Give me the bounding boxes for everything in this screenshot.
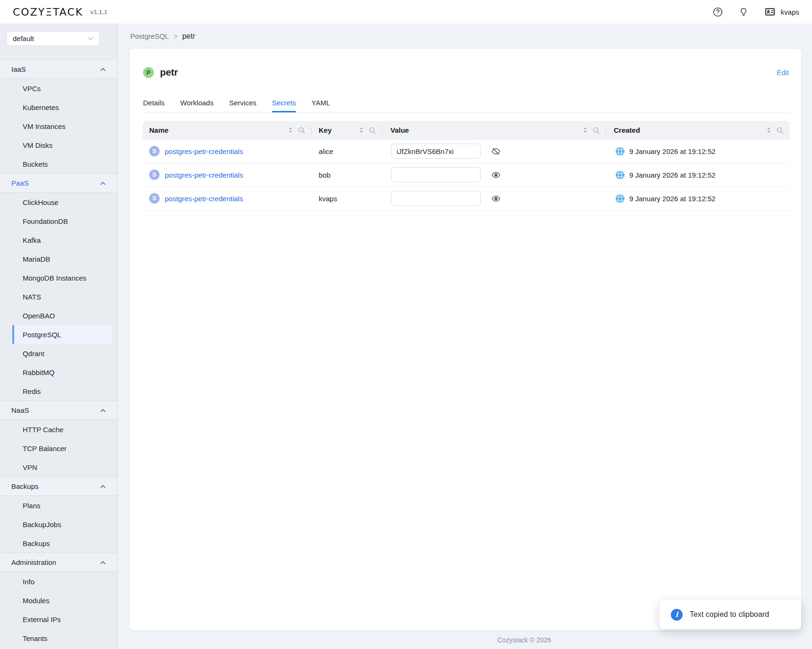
- sidebar-item-modules[interactable]: Modules: [0, 591, 117, 610]
- sidebar-item-vpcs[interactable]: VPCs: [0, 79, 117, 98]
- sidebar-item-vm-disks[interactable]: VM Disks: [0, 136, 117, 154]
- theme-toggle-button[interactable]: [738, 7, 749, 17]
- secret-value-cell: [382, 167, 606, 182]
- column-search-button[interactable]: [298, 127, 305, 134]
- sidebar-item-buckets[interactable]: Buckets: [0, 154, 117, 173]
- sidebar-item-vpn[interactable]: VPN: [0, 458, 117, 477]
- created-timestamp: 9 January 2026 at 19:12:52: [629, 147, 716, 155]
- column-header-key: Key: [312, 121, 382, 140]
- user-menu[interactable]: kvaps: [764, 6, 799, 17]
- sort-button[interactable]: [358, 127, 364, 134]
- sidebar-item-rabbitmq[interactable]: RabbitMQ: [0, 363, 117, 382]
- sidebar-item-label: Tenants: [23, 634, 48, 642]
- tab-bar: Details Workloads Services Secrets YAML: [129, 99, 801, 112]
- sidebar-item-label: Modules: [23, 597, 50, 605]
- secret-value-input[interactable]: [391, 144, 481, 159]
- section-label: IaaS: [11, 65, 26, 73]
- sort-button[interactable]: [288, 127, 294, 134]
- sidebar-item-kubernetes[interactable]: Kubernetes: [0, 98, 117, 117]
- sidebar-item-backupjobs[interactable]: BackupJobs: [0, 515, 117, 534]
- created-cell: 9 January 2026 at 19:12:52: [606, 170, 790, 180]
- eye-off-icon: [491, 146, 501, 156]
- search-icon: [776, 127, 784, 134]
- sidebar-item-label: MariaDB: [23, 255, 50, 263]
- secret-badge: S: [149, 193, 160, 204]
- chevron-up-icon: [100, 485, 106, 488]
- sidebar-item-label: Redis: [23, 387, 41, 395]
- sidebar-section-paas[interactable]: PaaS: [0, 173, 117, 193]
- sidebar-item-kafka[interactable]: Kafka: [0, 231, 117, 249]
- tab-details[interactable]: Details: [143, 99, 165, 112]
- sidebar-item-plans[interactable]: Plans: [0, 496, 117, 515]
- sidebar-item-tenants[interactable]: Tenants: [0, 629, 117, 648]
- sidebar-item-postgresql[interactable]: PostgreSQL: [12, 325, 112, 344]
- sidebar-item-label: Qdrant: [23, 350, 44, 358]
- sidebar-item-external-ips[interactable]: External IPs: [0, 610, 117, 629]
- sidebar: default IaaS VPCs Kubernetes VM Instance…: [0, 24, 118, 649]
- help-icon: [712, 7, 723, 17]
- sidebar-item-mariadb[interactable]: MariaDB: [0, 249, 117, 268]
- sidebar-section-iaas[interactable]: IaaS: [0, 60, 117, 79]
- tab-services[interactable]: Services: [229, 99, 256, 112]
- secret-value-input[interactable]: [391, 167, 481, 182]
- sidebar-item-mongodb-instances[interactable]: MongoDB Instances: [0, 268, 117, 287]
- breadcrumb-postgresql[interactable]: PostgreSQL: [130, 32, 169, 40]
- chevron-down-icon: [87, 37, 93, 41]
- tenant-select[interactable]: default: [7, 31, 100, 46]
- sidebar-item-info[interactable]: Info: [0, 572, 117, 591]
- tab-yaml[interactable]: YAML: [312, 99, 330, 112]
- column-search-button[interactable]: [592, 127, 600, 134]
- sidebar-item-clickhouse[interactable]: ClickHouse: [0, 193, 117, 212]
- search-icon: [592, 127, 600, 134]
- sidebar-item-label: Kafka: [23, 236, 41, 244]
- sidebar-item-label: NATS: [23, 293, 41, 301]
- show-value-button[interactable]: [491, 194, 501, 204]
- secret-key-cell: bob: [312, 171, 382, 179]
- globe-icon: [615, 170, 625, 180]
- sidebar-item-http-cache[interactable]: HTTP Cache: [0, 420, 117, 439]
- secret-link[interactable]: postgres-petr-credentials: [165, 147, 243, 155]
- sidebar-section-administration[interactable]: Administration: [0, 553, 117, 572]
- sidebar-item-label: TCP Balancer: [23, 444, 67, 453]
- sort-button[interactable]: [582, 127, 588, 134]
- hide-value-button[interactable]: [491, 146, 501, 156]
- show-value-button[interactable]: [491, 170, 501, 180]
- sidebar-item-nats[interactable]: NATS: [0, 287, 117, 306]
- app-version: v1.1.1: [90, 9, 107, 16]
- sidebar-item-openbao[interactable]: OpenBAO: [0, 306, 117, 325]
- secret-name-cell: S postgres-petr-credentials: [143, 146, 312, 156]
- column-search-button[interactable]: [776, 127, 784, 134]
- sidebar-item-vm-instances[interactable]: VM Instances: [0, 117, 117, 136]
- help-button[interactable]: [712, 7, 723, 17]
- column-label: Key: [319, 126, 332, 134]
- tab-secrets[interactable]: Secrets: [272, 99, 296, 112]
- lightbulb-icon: [738, 7, 749, 17]
- secret-link[interactable]: postgres-petr-credentials: [165, 171, 243, 179]
- search-icon: [298, 127, 305, 134]
- secret-value-input[interactable]: [391, 191, 481, 206]
- tab-workloads[interactable]: Workloads: [180, 99, 214, 112]
- sidebar-item-tcp-balancer[interactable]: TCP Balancer: [0, 439, 117, 458]
- sidebar-item-label: Backups: [23, 539, 50, 547]
- sidebar-item-backups[interactable]: Backups: [0, 534, 117, 553]
- sidebar-item-label: ClickHouse: [23, 198, 59, 206]
- secret-badge: S: [149, 146, 160, 156]
- sort-icon: [766, 127, 772, 134]
- secret-link[interactable]: postgres-petr-credentials: [165, 195, 243, 203]
- sidebar-item-label: Plans: [23, 502, 41, 510]
- sidebar-section-naas[interactable]: NaaS: [0, 401, 117, 420]
- search-icon: [369, 127, 376, 134]
- footer-copyright: Cozystack © 2026: [498, 636, 551, 644]
- detail-card: P petr Edit Details Workloads Services S…: [129, 49, 801, 631]
- sidebar-section-backups[interactable]: Backups: [0, 477, 117, 496]
- sidebar-item-qdrant[interactable]: Qdrant: [0, 344, 117, 363]
- sort-button[interactable]: [766, 127, 772, 134]
- sidebar-item-redis[interactable]: Redis: [0, 382, 117, 401]
- sidebar-item-foundationdb[interactable]: FoundationDB: [0, 212, 117, 231]
- sidebar-item-label: Buckets: [23, 160, 48, 168]
- column-search-button[interactable]: [369, 127, 376, 134]
- secret-key: kvaps: [319, 195, 337, 203]
- edit-button[interactable]: Edit: [777, 68, 789, 77]
- created-cell: 9 January 2026 at 19:12:52: [606, 146, 790, 156]
- chevron-up-icon: [100, 561, 106, 564]
